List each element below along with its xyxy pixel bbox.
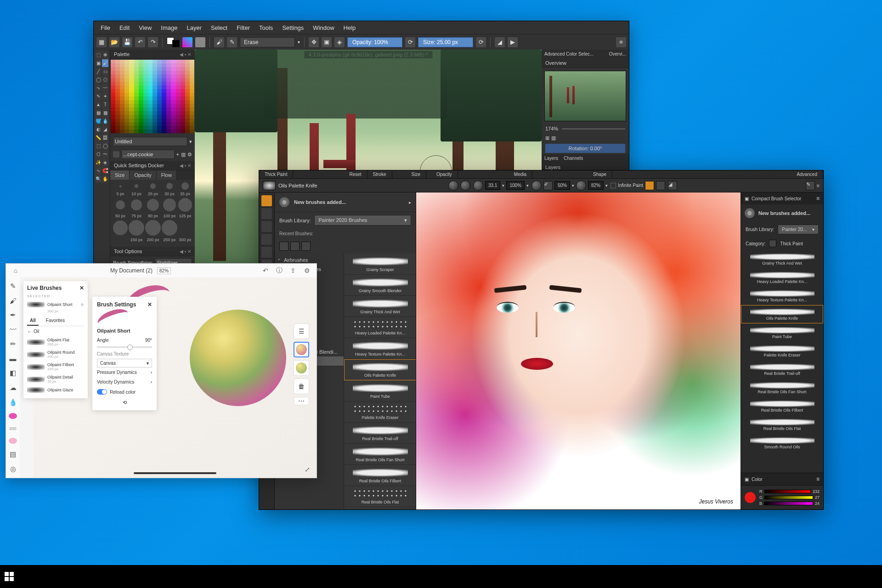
palette-swatch[interactable] bbox=[153, 122, 157, 126]
palette-swatch[interactable] bbox=[171, 85, 175, 89]
palette-swatch[interactable] bbox=[111, 78, 115, 82]
color-swatch-1[interactable] bbox=[9, 413, 17, 419]
palette-swatch[interactable] bbox=[129, 111, 134, 115]
palette-swatch[interactable] bbox=[129, 63, 134, 67]
menu-filter[interactable]: Filter bbox=[232, 23, 254, 33]
palette-swatch[interactable] bbox=[162, 93, 166, 96]
info-icon[interactable]: ⓘ bbox=[275, 266, 283, 275]
tool-pen[interactable]: ✎ bbox=[9, 282, 17, 290]
palette-swatch[interactable] bbox=[115, 96, 120, 100]
palette-swatch[interactable] bbox=[134, 100, 139, 104]
palette-swatch[interactable] bbox=[143, 78, 148, 82]
media-swatch[interactable] bbox=[645, 181, 654, 190]
reset-icon[interactable]: ⟲ bbox=[97, 400, 152, 406]
palette-swatch[interactable] bbox=[115, 93, 120, 96]
palette-swatch[interactable] bbox=[143, 122, 148, 126]
palette-swatch[interactable] bbox=[111, 85, 115, 89]
menu-help[interactable]: Help bbox=[339, 23, 360, 33]
palette-swatch[interactable] bbox=[181, 100, 185, 104]
palette-swatch[interactable] bbox=[148, 63, 153, 67]
expand-icon[interactable]: ⤢ bbox=[305, 466, 310, 473]
palette-swatch[interactable] bbox=[129, 96, 134, 100]
tab-all[interactable]: All bbox=[27, 316, 39, 326]
palette-swatch[interactable] bbox=[185, 89, 190, 93]
palette-swatch[interactable] bbox=[176, 104, 181, 107]
tool-multi[interactable]: ✦ bbox=[102, 92, 108, 100]
tool-select-poly[interactable]: ⬡ bbox=[95, 150, 102, 158]
tab-favorites[interactable]: Favorites bbox=[43, 316, 68, 326]
palette-swatch[interactable] bbox=[148, 78, 153, 82]
palette-swatch[interactable] bbox=[143, 115, 148, 119]
tool-measure[interactable]: 📏 bbox=[95, 134, 102, 141]
velocity-row[interactable]: Velocity Dynamics› bbox=[97, 377, 152, 387]
palette-swatch[interactable] bbox=[185, 82, 190, 85]
palette-swatch[interactable] bbox=[134, 115, 139, 119]
palette-swatch[interactable] bbox=[139, 60, 143, 63]
palette-swatch[interactable] bbox=[115, 89, 120, 93]
palette-swatch[interactable] bbox=[171, 107, 175, 111]
palette-swatch[interactable] bbox=[162, 126, 166, 130]
palette-swatch[interactable] bbox=[148, 111, 153, 115]
stroke-knob-2[interactable] bbox=[460, 181, 470, 191]
palette-swatch[interactable] bbox=[115, 100, 120, 104]
menu-select[interactable]: Select bbox=[207, 23, 232, 33]
menu-settings[interactable]: Settings bbox=[278, 23, 308, 33]
palette-swatch[interactable] bbox=[176, 60, 181, 63]
palette-swatch[interactable] bbox=[129, 67, 134, 71]
palette-swatch[interactable] bbox=[171, 119, 175, 122]
palette-swatch[interactable] bbox=[124, 130, 129, 133]
palette-swatch[interactable] bbox=[166, 74, 171, 78]
palette-swatch[interactable] bbox=[115, 104, 120, 107]
palette-swatch[interactable] bbox=[190, 78, 194, 82]
compact-brush[interactable]: Heavy Loaded Palette Kn... bbox=[741, 268, 823, 287]
palette-swatch[interactable] bbox=[124, 89, 129, 93]
palette-swatch[interactable] bbox=[171, 74, 175, 78]
tool-freehand-path[interactable]: 〰 bbox=[102, 84, 108, 92]
palette-swatch[interactable] bbox=[166, 82, 171, 85]
palette-swatch[interactable] bbox=[120, 100, 124, 104]
palette-swatch[interactable] bbox=[148, 119, 153, 122]
brush-variant[interactable]: Heavy Texture Palette Kn... bbox=[344, 338, 416, 359]
palette-swatch[interactable] bbox=[190, 122, 194, 126]
palette-swatch[interactable] bbox=[181, 107, 185, 111]
brush-variant[interactable]: Smooth Round Oils bbox=[344, 507, 416, 509]
palette-swatch[interactable] bbox=[162, 96, 166, 100]
palette-swatch[interactable] bbox=[162, 122, 166, 126]
palette-swatch[interactable] bbox=[134, 104, 139, 107]
menu-icon[interactable]: ≡ bbox=[817, 183, 820, 188]
tool-zoom[interactable]: 🔍 bbox=[95, 175, 102, 183]
palette-swatch[interactable] bbox=[176, 130, 181, 133]
g-slider[interactable] bbox=[764, 496, 813, 499]
size-preset[interactable] bbox=[135, 184, 138, 188]
size-preset[interactable] bbox=[147, 199, 159, 211]
palette-swatch[interactable] bbox=[148, 107, 153, 111]
brush-dab-icon[interactable] bbox=[263, 181, 276, 190]
sec-advanced[interactable]: Advanced bbox=[792, 170, 823, 178]
tool-select-rect[interactable]: ⬚ bbox=[95, 142, 102, 150]
brush-engine-select[interactable] bbox=[240, 37, 295, 47]
save-icon[interactable]: 💾 bbox=[122, 37, 132, 47]
palette-swatch[interactable] bbox=[157, 107, 162, 111]
palette-swatch[interactable] bbox=[185, 126, 190, 130]
palette-swatch[interactable] bbox=[139, 67, 143, 71]
palette-swatch[interactable] bbox=[171, 78, 175, 82]
reload-toggle[interactable] bbox=[97, 389, 107, 395]
tool-pan[interactable]: ✋ bbox=[102, 175, 108, 183]
palette-swatch[interactable] bbox=[124, 78, 129, 82]
palette-swatch[interactable] bbox=[157, 130, 162, 133]
palette-swatch[interactable] bbox=[143, 104, 148, 107]
size-preset[interactable] bbox=[178, 198, 192, 212]
palette-swatch[interactable] bbox=[143, 96, 148, 100]
palette-swatch[interactable] bbox=[139, 107, 143, 111]
size-pct[interactable]: 100% bbox=[506, 181, 525, 190]
palette-swatch[interactable] bbox=[124, 122, 129, 126]
palette-swatch[interactable] bbox=[181, 115, 185, 119]
palette-swatch[interactable] bbox=[148, 130, 153, 133]
palette-swatch[interactable] bbox=[157, 71, 162, 74]
palette-swatch[interactable] bbox=[185, 100, 190, 104]
palette-swatch[interactable] bbox=[181, 63, 185, 67]
palette-swatch[interactable] bbox=[185, 67, 190, 71]
r-slider[interactable] bbox=[764, 490, 811, 493]
palette-swatch[interactable] bbox=[153, 67, 157, 71]
palette-swatch[interactable] bbox=[115, 82, 120, 85]
